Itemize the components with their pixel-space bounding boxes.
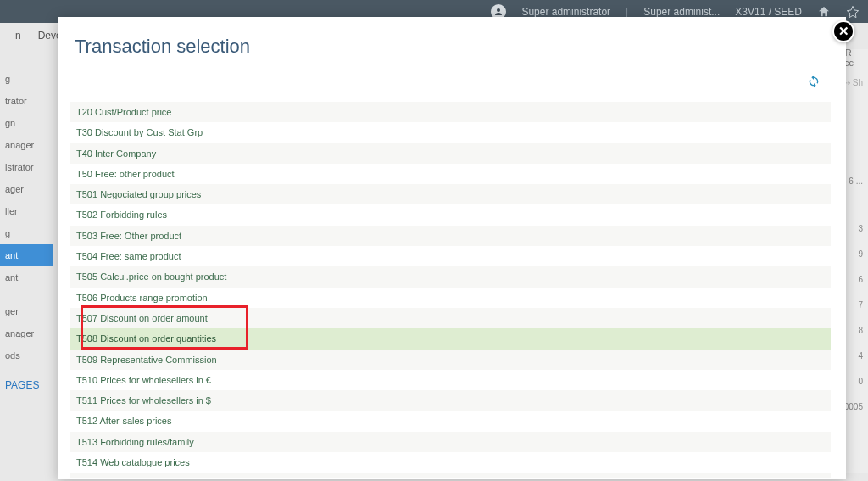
- list-item[interactable]: T40 Inter Company: [70, 143, 831, 164]
- list-item[interactable]: T20 Cust/Product price: [70, 102, 831, 122]
- list-item[interactable]: T510 Prices for wholesellers in €: [70, 370, 831, 390]
- list-item[interactable]: T509 Representative Commission: [70, 350, 831, 370]
- list-container: T20 Cust/Product priceT30 Discount by Cu…: [70, 102, 831, 478]
- list-item[interactable]: T505 Calcul.price on bought product: [70, 266, 831, 287]
- list-item[interactable]: T501 Negociated group prices: [70, 184, 831, 204]
- list-item[interactable]: T515 Configurator prices: [70, 473, 831, 478]
- list-item[interactable]: T513 Forbidding rules/family: [70, 432, 831, 452]
- list-item[interactable]: T503 Free: Other product: [70, 226, 831, 246]
- list-item[interactable]: T514 Web catalogue prices: [70, 452, 831, 473]
- list-item[interactable]: T508 Discount on order quantities: [70, 328, 831, 349]
- list-item[interactable]: T512 After-sales prices: [70, 411, 831, 431]
- list-item[interactable]: T502 Forbidding rules: [70, 204, 831, 225]
- list-item[interactable]: T511 Prices for wholesellers in $: [70, 390, 831, 411]
- modal-overlay: Transaction selection ✕ T20 Cust/Product…: [0, 0, 868, 481]
- list-item[interactable]: T504 Free: same product: [70, 246, 831, 266]
- close-icon[interactable]: ✕: [832, 20, 854, 42]
- modal-title: Transaction selection: [58, 17, 846, 73]
- list-item[interactable]: T30 Discount by Cust Stat Grp: [70, 122, 831, 143]
- refresh-icon[interactable]: [807, 75, 821, 88]
- list-item[interactable]: T50 Free: other product: [70, 164, 831, 184]
- transaction-list[interactable]: T20 Cust/Product priceT30 Discount by Cu…: [70, 102, 831, 478]
- list-item[interactable]: T506 Products range promotion: [70, 288, 831, 308]
- list-item[interactable]: T507 Discount on order amount: [70, 308, 831, 328]
- transaction-selection-modal: Transaction selection ✕ T20 Cust/Product…: [58, 17, 846, 479]
